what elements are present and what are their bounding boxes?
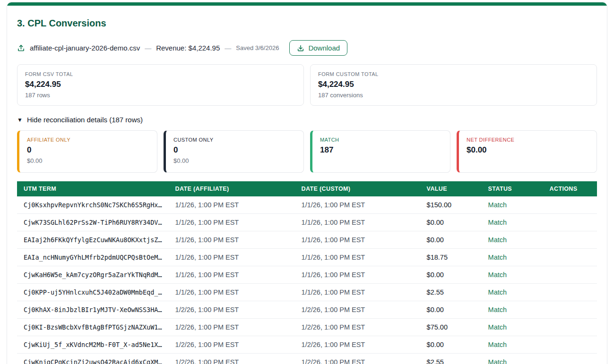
date-affiliate-cell: 1/1/26, 1:00 PM EST	[169, 284, 295, 301]
table-body: Cj0KsxhpvRepvnYkrchS0Nc7SKCh6S5RgHx…1/1/…	[17, 196, 597, 364]
date-custom-cell: 1/2/26, 1:00 PM EST	[295, 319, 420, 336]
stat-card-value: 187	[320, 145, 442, 155]
utm-term-cell: Cj0KsxhpvRepvnYkrchS0Nc7SKCh6S5RgHx…	[17, 196, 169, 214]
status-cell: Match	[482, 284, 543, 301]
revenue-summary: Revenue: $4,224.95	[156, 44, 220, 52]
stat-card-value: $0.00	[467, 145, 589, 155]
date-affiliate-cell: 1/1/26, 1:00 PM EST	[169, 196, 295, 214]
utm-term-cell: CjwKaH6W5e_kAm7cyzORgr5aZarYkTNqRdM…	[17, 266, 169, 284]
table-row: Cj0KhAX-8inJbzlBIr1yMJTV-XeOwNSS3HA…1/2/…	[17, 301, 597, 319]
date-custom-cell: 1/1/26, 1:00 PM EST	[295, 214, 420, 231]
date-custom-cell: 1/1/26, 1:00 PM EST	[295, 231, 420, 249]
table-row: Cj0KI-BzsWBcbXvfBtAgBfPTGSjzNAZXuW1…1/2/…	[17, 319, 597, 336]
total-card-value: $4,224.95	[318, 80, 589, 89]
column-header-date-affiliate: DATE (AFFILIATE)	[169, 181, 295, 196]
table-row: EAIa_ncHNumyGYhLMfrb2pdmUQCPQsBtOeM…1/1/…	[17, 249, 597, 266]
stat-card-match: MATCH187	[310, 130, 450, 173]
table-row: CjwKiUj_5f_xKVdncM2Mb-F0T_X-ad5Ne1X…1/2/…	[17, 336, 597, 354]
download-button-label: Download	[308, 44, 340, 52]
utm-term-cell: CjwKiUj_5f_xKVdncM2Mb-F0T_X-ad5Ne1X…	[17, 336, 169, 354]
value-cell: $2.55	[420, 284, 482, 301]
actions-cell	[543, 284, 597, 301]
total-card-sub: 187 rows	[25, 92, 296, 99]
actions-cell	[543, 319, 597, 336]
stat-card-net-difference: NET DIFFERENCE$0.00	[457, 130, 597, 173]
stat-card-custom-only: CUSTOM ONLY0$0.00	[164, 130, 304, 173]
actions-cell	[543, 196, 597, 214]
section-accent-bar	[7, 2, 607, 6]
value-cell: $0.00	[420, 266, 482, 284]
stat-card-label: CUSTOM ONLY	[173, 137, 296, 143]
total-card-sub: 187 conversions	[318, 92, 589, 99]
stat-card-label: MATCH	[320, 137, 442, 143]
value-cell: $0.00	[420, 214, 482, 231]
value-cell: $18.75	[420, 249, 482, 266]
status-cell: Match	[482, 301, 543, 319]
value-cell: $150.00	[420, 196, 482, 214]
date-custom-cell: 1/1/26, 1:00 PM EST	[295, 196, 420, 214]
table-row: EAIaj2h6FKkQYfylgEzCuwNKAu8OKXxtjsZ…1/1/…	[17, 231, 597, 249]
date-affiliate-cell: 1/2/26, 1:00 PM EST	[169, 319, 295, 336]
actions-cell	[543, 214, 597, 231]
total-card-label: FORM CSV TOTAL	[25, 71, 296, 77]
date-custom-cell: 1/2/26, 1:00 PM EST	[295, 301, 420, 319]
actions-cell	[543, 266, 597, 284]
date-affiliate-cell: 1/2/26, 1:00 PM EST	[169, 354, 295, 364]
actions-cell	[543, 336, 597, 354]
utm-term-cell: CjwK73SGLhl62PrSs2W-TiPh6RUY8RY34DV…	[17, 214, 169, 231]
status-cell: Match	[482, 266, 543, 284]
cpl-conversions-section: 3. CPL Conversions affiliate-cpl-january…	[7, 2, 607, 364]
form-custom-total-card: FORM CUSTOM TOTAL $4,224.95 187 conversi…	[310, 64, 597, 106]
totals-cards: FORM CSV TOTAL $4,224.95 187 rows FORM C…	[17, 64, 597, 106]
download-button[interactable]: Download	[289, 40, 347, 56]
status-cell: Match	[482, 354, 543, 364]
value-cell: $0.00	[420, 231, 482, 249]
total-card-label: FORM CUSTOM TOTAL	[318, 71, 589, 77]
status-cell: Match	[482, 231, 543, 249]
upload-icon	[17, 44, 25, 52]
reconciliation-table: UTM TERM DATE (AFFILIATE) DATE (CUSTOM) …	[17, 181, 597, 364]
reconciliation-stat-cards: AFFILIATE ONLY0$0.00CUSTOM ONLY0$0.00MAT…	[17, 130, 597, 173]
date-custom-cell: 1/2/26, 1:00 PM EST	[295, 336, 420, 354]
date-custom-cell: 1/1/26, 1:00 PM EST	[295, 284, 420, 301]
toggle-label: Hide reconciliation details (187 rows)	[27, 116, 143, 124]
download-icon	[297, 44, 304, 52]
stat-card-sub: $0.00	[27, 157, 149, 164]
stat-card-value: 0	[173, 145, 296, 155]
value-cell: $0.00	[420, 301, 482, 319]
status-cell: Match	[482, 214, 543, 231]
date-affiliate-cell: 1/2/26, 1:00 PM EST	[169, 301, 295, 319]
column-header-utm-term: UTM TERM	[17, 181, 169, 196]
status-cell: Match	[482, 249, 543, 266]
stat-card-label: NET DIFFERENCE	[467, 137, 589, 143]
utm-term-cell: Cj0KPP-uj5YHnlcxuhC5J402aDW0MmbEqd_…	[17, 284, 169, 301]
table-row: CjwKnjgCPgKcinZi2uwsQ42RacAid6xCgXM…1/2/…	[17, 354, 597, 364]
column-header-status: STATUS	[482, 181, 543, 196]
column-header-value: VALUE	[420, 181, 482, 196]
date-custom-cell: 1/2/26, 1:00 PM EST	[295, 354, 420, 364]
table-row: CjwK73SGLhl62PrSs2W-TiPh6RUY8RY34DV…1/1/…	[17, 214, 597, 231]
table-row: Cj0KsxhpvRepvnYkrchS0Nc7SKCh6S5RgHx…1/1/…	[17, 196, 597, 214]
file-summary-bar: affiliate-cpl-january-2026-demo.csv — Re…	[17, 40, 597, 56]
reconciliation-details-toggle[interactable]: ▼ Hide reconciliation details (187 rows)	[17, 116, 143, 124]
stat-card-value: 0	[27, 145, 149, 155]
status-cell: Match	[482, 196, 543, 214]
actions-cell	[543, 231, 597, 249]
status-cell: Match	[482, 336, 543, 354]
value-cell: $75.00	[420, 319, 482, 336]
column-header-actions: ACTIONS	[543, 181, 597, 196]
status-cell: Match	[482, 319, 543, 336]
utm-term-cell: Cj0KI-BzsWBcbXvfBtAgBfPTGSjzNAZXuW1…	[17, 319, 169, 336]
date-custom-cell: 1/1/26, 1:00 PM EST	[295, 266, 420, 284]
stat-card-affiliate-only: AFFILIATE ONLY0$0.00	[17, 130, 157, 173]
actions-cell	[543, 249, 597, 266]
value-cell: $2.55	[420, 354, 482, 364]
table-header: UTM TERM DATE (AFFILIATE) DATE (CUSTOM) …	[17, 181, 597, 196]
table-row: Cj0KPP-uj5YHnlcxuhC5J402aDW0MmbEqd_…1/1/…	[17, 284, 597, 301]
column-header-date-custom: DATE (CUSTOM)	[295, 181, 420, 196]
utm-term-cell: EAIa_ncHNumyGYhLMfrb2pdmUQCPQsBtOeM…	[17, 249, 169, 266]
page-title: 3. CPL Conversions	[17, 18, 597, 29]
date-custom-cell: 1/1/26, 1:00 PM EST	[295, 249, 420, 266]
stat-card-label: AFFILIATE ONLY	[27, 137, 149, 143]
table-row: CjwKaH6W5e_kAm7cyzORgr5aZarYkTNqRdM…1/1/…	[17, 266, 597, 284]
